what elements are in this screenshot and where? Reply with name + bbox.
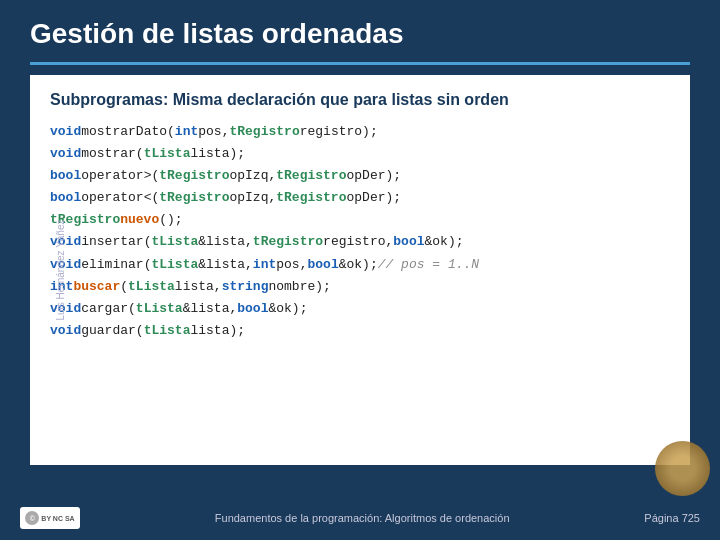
code-token: mostrar( [81, 143, 143, 165]
code-token: bool [50, 187, 81, 209]
code-token: &ok); [339, 254, 378, 276]
code-token: bool [307, 254, 338, 276]
code-token: registro); [300, 121, 378, 143]
code-token: pos, [198, 121, 229, 143]
code-token: void [50, 320, 81, 342]
code-token: &ok); [268, 298, 307, 320]
code-token: // pos = 1..N [378, 254, 479, 276]
code-token: tLista [144, 143, 191, 165]
sidebar-author-label: Luis Hernández Yáñez [55, 220, 66, 321]
code-token: lista, [175, 276, 222, 298]
code-line: bool operator<(tRegistro opIzq, tRegistr… [50, 187, 670, 209]
code-token: (); [159, 209, 182, 231]
code-token: tRegistro [159, 165, 229, 187]
code-token: bool [237, 298, 268, 320]
code-token: ( [120, 276, 128, 298]
title-divider [30, 62, 690, 65]
code-token: tLista [128, 276, 175, 298]
code-block: void mostrarDato(int pos, tRegistro regi… [50, 121, 670, 342]
code-token: operator<( [81, 187, 159, 209]
code-token: tLista [144, 320, 191, 342]
code-line: void insertar(tLista &lista, tRegistro r… [50, 231, 670, 253]
code-token: int [175, 121, 198, 143]
code-token: cargar( [81, 298, 136, 320]
code-line: void cargar(tLista &lista, bool &ok); [50, 298, 670, 320]
code-token: buscar [73, 276, 120, 298]
code-token: string [222, 276, 269, 298]
university-logo [655, 441, 710, 496]
code-token: tRegistro [276, 165, 346, 187]
code-token: opIzq, [229, 187, 276, 209]
code-line: void guardar(tLista lista); [50, 320, 670, 342]
code-token: opDer); [346, 187, 401, 209]
code-token: tRegistro [159, 187, 229, 209]
code-token: tRegistro [276, 187, 346, 209]
title-bar: Gestión de listas ordenadas [0, 0, 720, 62]
code-token: bool [393, 231, 424, 253]
code-token: &ok); [425, 231, 464, 253]
code-token: bool [50, 165, 81, 187]
code-token: &lista, [183, 298, 238, 320]
code-line: int buscar(tLista lista, string nombre); [50, 276, 670, 298]
code-token: eliminar( [81, 254, 151, 276]
code-token: lista); [190, 143, 245, 165]
cc-icon: © [25, 511, 39, 525]
code-line: bool operator>(tRegistro opIzq, tRegistr… [50, 165, 670, 187]
code-token: int [253, 254, 276, 276]
code-token: guardar( [81, 320, 143, 342]
code-line: void eliminar(tLista &lista, int pos, bo… [50, 254, 670, 276]
code-token: tLista [151, 254, 198, 276]
code-token: nuevo [120, 209, 159, 231]
code-token: operator>( [81, 165, 159, 187]
code-line: tRegistro nuevo(); [50, 209, 670, 231]
code-token: nombre); [268, 276, 330, 298]
footer-page: Página 725 [644, 512, 700, 524]
code-line: void mostrarDato(int pos, tRegistro regi… [50, 121, 670, 143]
slide-title: Gestión de listas ordenadas [30, 18, 403, 49]
code-token: tRegistro [229, 121, 299, 143]
code-token: &lista, [198, 254, 253, 276]
code-token: insertar( [81, 231, 151, 253]
code-token: tLista [136, 298, 183, 320]
code-token: registro, [323, 231, 393, 253]
code-token: void [50, 121, 81, 143]
code-token: void [50, 143, 81, 165]
code-line: void mostrar(tLista lista); [50, 143, 670, 165]
content-area: Subprogramas: Misma declaración que para… [30, 75, 690, 465]
code-token: lista); [190, 320, 245, 342]
code-token: tLista [151, 231, 198, 253]
code-token: pos, [276, 254, 307, 276]
code-token: &lista, [198, 231, 253, 253]
code-token: mostrarDato( [81, 121, 175, 143]
footer-description: Fundamentos de la programación: Algoritm… [80, 512, 644, 524]
cc-license: © BY NC SA [20, 507, 80, 529]
code-token: tRegistro [253, 231, 323, 253]
slide: Gestión de listas ordenadas Subprogramas… [0, 0, 720, 540]
code-token: opDer); [346, 165, 401, 187]
subtitle: Subprogramas: Misma declaración que para… [50, 91, 670, 109]
footer: © BY NC SA Fundamentos de la programació… [0, 496, 720, 540]
code-token: opIzq, [229, 165, 276, 187]
